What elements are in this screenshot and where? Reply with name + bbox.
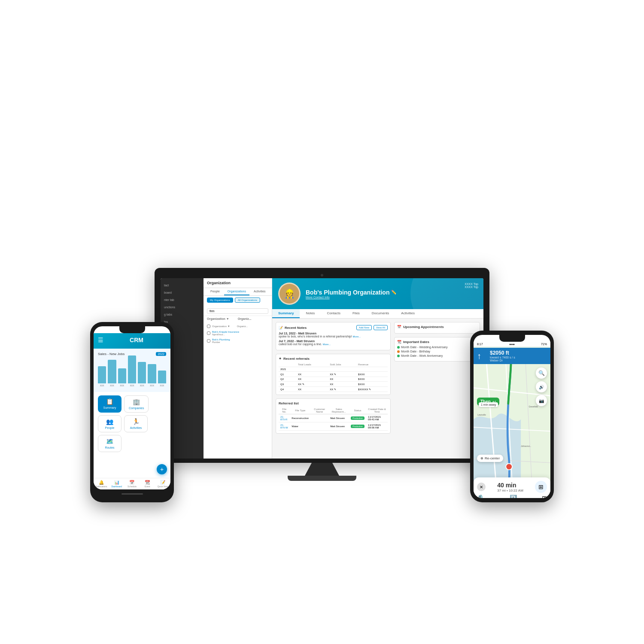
action-summary[interactable]: 📋 Summary — [98, 395, 122, 413]
recenter-label: Re-center — [485, 456, 500, 460]
map-signal: ●●● — [509, 343, 515, 346]
important-dates-card: 📆 Important Dates Month Date - Wedding A… — [394, 337, 480, 361]
bar-col-4 — [128, 355, 136, 383]
map-search-btn[interactable]: 🔍 — [536, 368, 547, 379]
file-no-1[interactable]: 21-875-R — [279, 414, 290, 422]
quicknote-icon: 📝 — [160, 480, 165, 485]
monitor: tact board nter tab unctions g tabs los … — [155, 268, 489, 481]
fab-button[interactable]: + — [157, 464, 167, 474]
tab-activities[interactable]: Activities — [395, 309, 421, 318]
nav-schedule[interactable]: 📅 Schedule — [125, 480, 140, 488]
nav-quicknote[interactable]: 📝 Quick Note — [155, 480, 170, 488]
recent-notes-title: 📝 Recent Notes Add New View All — [279, 325, 388, 330]
sidebar-item-ntertab[interactable]: nter tab — [161, 296, 204, 304]
org-search-input[interactable] — [207, 308, 268, 314]
svg-text:Johnsonvi...: Johnsonvi... — [521, 445, 531, 447]
map-mic-icon[interactable]: 🎙️ — [477, 495, 484, 498]
recenter-icon: ⊕ — [480, 456, 483, 460]
map-close-btn[interactable]: ✕ — [477, 483, 486, 491]
bar-chart: XXX XXX XXX XXX — [98, 358, 166, 389]
bar-label-5: XXX — [140, 384, 144, 387]
nav-dashboard[interactable]: 📊 Dashboard — [109, 480, 125, 488]
note-2-more[interactable]: More... — [323, 343, 331, 346]
status-badge-2: Production — [351, 425, 365, 428]
svg-text:Greenfield: Greenfield — [529, 406, 538, 408]
col-sales-rep: Sales Represent... — [328, 407, 349, 414]
org-check-2[interactable] — [207, 339, 210, 343]
recenter-btn[interactable]: ⊕ Re-center — [477, 455, 503, 462]
tab-files[interactable]: Files — [346, 309, 366, 318]
action-people[interactable]: 👥 People — [98, 415, 122, 432]
referrals-title: ✦ Recent referrals — [279, 357, 388, 361]
org-list-header: Organization ▼ Organiz... — [204, 323, 272, 329]
org-select-all[interactable] — [207, 325, 210, 328]
referred-list-card: Referred list File No. File Type Custome… — [276, 398, 391, 434]
profile-header: 👷 Bob's Plumbing Organization ✏️ More Co… — [272, 278, 483, 309]
referred-list-table: File No. File Type Customer Name Sales R… — [279, 407, 388, 431]
activities-icon: 🏃 — [132, 418, 140, 425]
sidebar-item-unctions[interactable]: unctions — [161, 304, 204, 311]
tab-summary[interactable]: Summary — [272, 309, 300, 318]
map-p-icon[interactable]: 🅿️ — [510, 495, 517, 498]
map-camera-btn[interactable]: 📷 — [536, 395, 547, 406]
bar-7: XXX — [158, 371, 166, 387]
tab-organizations[interactable]: Organizations — [224, 288, 249, 295]
action-companies[interactable]: 🏢 Companies — [124, 395, 149, 413]
profile-info: Bob's Plumbing Organization ✏️ More Cont… — [306, 289, 396, 299]
dot-work — [397, 355, 400, 357]
nav-notifications[interactable]: 🔔 Notifications — [94, 480, 109, 488]
mobile-bottom-nav: 🔔 Notifications 📊 Dashboard 📅 Schedule 📆… — [94, 478, 170, 489]
bar-col-3 — [118, 368, 126, 383]
action-routes[interactable]: 🗺️ Routes — [98, 435, 122, 452]
important-dates-title: 📆 Important Dates — [397, 340, 477, 344]
map-nav-options-btn[interactable]: ⊞ — [535, 481, 547, 493]
home-bar-line — [122, 493, 143, 495]
action-activities[interactable]: 🏃 Activities — [124, 415, 148, 432]
note-1: Jul 13, 2022 - Matt Struven spoke to bob… — [279, 332, 388, 338]
phone-left-home-bar — [94, 489, 170, 498]
filter-my-organizations[interactable]: My Organizations — [207, 298, 233, 303]
nav-road: toward s 7400 s / s Weber Dr — [490, 356, 547, 362]
map-grid-icon[interactable]: ⊞ — [542, 495, 547, 498]
sidebar-item-gtabs[interactable]: g tabs — [161, 311, 204, 318]
content-body: 📝 Recent Notes Add New View All Jul 13, … — [272, 319, 483, 459]
map-time: 8:17 — [477, 343, 483, 346]
tab-contacts[interactable]: Contacts — [321, 309, 346, 318]
eta-dist: 37 mi • 10:22 AM — [497, 489, 523, 492]
appointments-card: 📅 Upcoming Appointments — [394, 322, 480, 334]
view-all-notes-btn[interactable]: View All — [374, 325, 388, 330]
bar-col-2 — [108, 360, 116, 383]
tab-people[interactable]: People — [207, 288, 223, 295]
nav-event[interactable]: 📆 Event — [140, 480, 155, 488]
map-statusbar: 8:17 ●●● 71% — [474, 342, 550, 346]
org-item-1[interactable]: Bob's Kripple Insurance Agent/Insur... — [204, 329, 272, 337]
org-check-1[interactable] — [207, 331, 210, 335]
ref-row-2: Q2 XX XX $XXX — [279, 377, 388, 382]
referrals-table: Total Leads Sold Jobs Revenue 2021 — [279, 362, 388, 392]
tab-activities[interactable]: Activities — [250, 288, 269, 295]
map-volume-btn[interactable]: 🔊 — [536, 381, 547, 392]
sidebar-item-tact[interactable]: tact — [161, 282, 204, 289]
add-note-btn[interactable]: Add New — [356, 325, 372, 330]
summary-icon: 📋 — [106, 398, 113, 405]
filter-all-organizations[interactable]: All Organizations — [235, 298, 260, 303]
sidebar-item-board[interactable]: board — [161, 289, 204, 296]
phone-left-screen: ☰ CRM Sales - New Jobs 2022 XXX — [94, 326, 170, 489]
hamburger-icon[interactable]: ☰ — [98, 337, 103, 343]
date-1: Month Date - Wedding Anniversary — [397, 346, 477, 349]
map-1min-label: 1 min away — [479, 402, 498, 407]
profile-link[interactable]: More Contact Info — [306, 296, 396, 299]
file-no-2[interactable]: 21-875-W — [279, 422, 290, 431]
bar-label-7: XXX — [160, 384, 164, 387]
ref-row-0: 2021 — [279, 367, 388, 372]
org-item-2[interactable]: Bob's Plumbing Plumber — [204, 337, 272, 345]
note-1-more[interactable]: More... — [353, 335, 361, 338]
tab-documents[interactable]: Documents — [366, 309, 395, 318]
tab-notes[interactable]: Notes — [300, 309, 321, 318]
monitor-bezel: tact board nter tab unctions g tabs los … — [155, 268, 489, 463]
bar-label-6: XXX — [150, 384, 154, 387]
edit-profile-icon[interactable]: ✏️ — [391, 290, 396, 295]
date-3: Month Date - Work Anniversary — [397, 354, 477, 357]
eta-time: 40 min — [497, 482, 523, 489]
note-2: Jul 7, 2022 - Matt Struven called bob ou… — [279, 340, 388, 346]
